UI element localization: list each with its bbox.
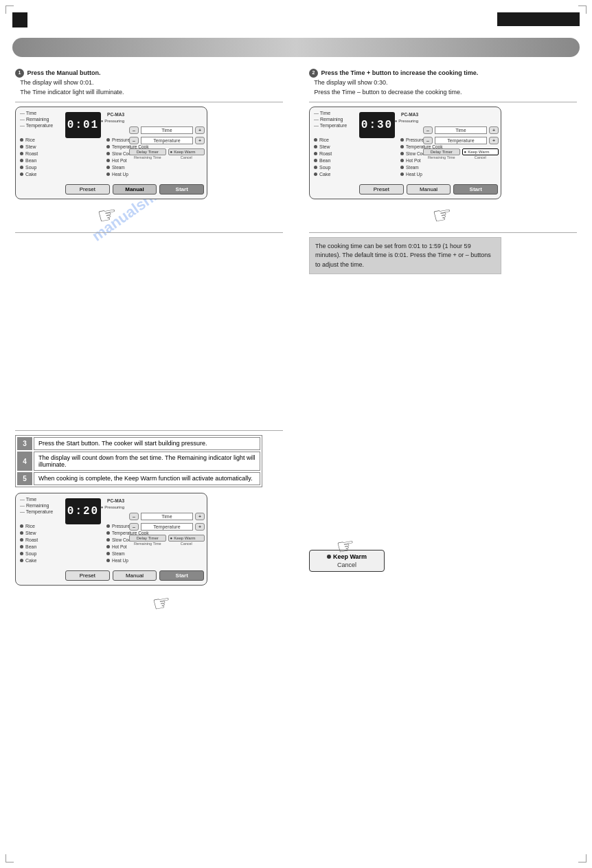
dot-bean: Bean: [20, 158, 38, 163]
temp-minus-btn-2[interactable]: –: [423, 137, 433, 144]
remaining-time-label-3: Remaining Time: [134, 542, 161, 546]
corner-mark-br: [578, 854, 587, 863]
temp-label-1: Temperature: [141, 137, 193, 144]
start-btn-1[interactable]: Start: [159, 184, 204, 194]
temp-minus-btn-1[interactable]: –: [129, 137, 139, 144]
delay-timer-btn-3[interactable]: Delay Timer: [129, 535, 166, 542]
dot-steam-2: Steam: [400, 165, 442, 170]
info-box: The cooking time can be set from 0:01 to…: [309, 237, 501, 275]
diag-temperature-label-3: Temperature: [20, 509, 68, 514]
diag-remaining-label-3: Remaining: [20, 503, 68, 508]
temp-plus-btn-2[interactable]: +: [489, 137, 499, 144]
time-label-1: Time: [141, 126, 193, 134]
dot-stew-3: Stew: [20, 531, 38, 535]
temp-control-row-2: – Temperature +: [423, 137, 499, 144]
dot-stew-2: Stew: [314, 144, 332, 149]
diag-pressuring-3: Pressuring: [101, 505, 124, 509]
dot-cake-3: Cake: [20, 558, 38, 563]
time-label-3: Time: [141, 513, 193, 520]
remaining-time-label-1: Remaining Time: [134, 155, 161, 159]
time-plus-btn-2[interactable]: +: [489, 126, 499, 134]
temp-plus-btn-3[interactable]: +: [195, 523, 205, 531]
keep-warm-group-2: ●Keep Warm Cancel: [462, 148, 499, 159]
preset-btn-1[interactable]: Preset: [65, 184, 110, 194]
dot-soup-3: Soup: [20, 551, 38, 556]
dot-steam: Steam: [106, 165, 148, 170]
dot-cake-2: Cake: [314, 172, 332, 177]
diag-model-3: PC-MA3: [107, 498, 124, 503]
dot-soup: Soup: [20, 165, 38, 170]
delay-timer-group-2: Delay Timer Remaining Time: [423, 148, 460, 159]
divider-5: [15, 430, 283, 431]
remaining-time-label-2: Remaining Time: [428, 155, 455, 159]
time-minus-btn-2[interactable]: –: [423, 126, 433, 134]
diag-temperature-label: Temperature: [20, 123, 68, 128]
step-num-3: 3: [17, 437, 32, 450]
temp-plus-btn-1[interactable]: +: [195, 137, 205, 144]
diag-model-2: PC-MA3: [401, 112, 418, 117]
dot-heat-up: Heat Up: [106, 172, 148, 177]
time-minus-btn-3[interactable]: –: [129, 513, 139, 520]
manual-btn-2[interactable]: Manual: [407, 184, 451, 194]
diag-remaining-label: Remaining: [20, 117, 68, 122]
time-plus-btn-1[interactable]: +: [195, 126, 205, 134]
cancel-label-display[interactable]: Cancel: [314, 561, 380, 568]
diag-pressuring-2: Pressuring: [395, 119, 418, 123]
keep-warm-btn-3[interactable]: ●Keep Warm: [168, 535, 205, 542]
dot-roast-2: Roast: [314, 151, 332, 156]
hand-pointer-3: ☞: [15, 591, 283, 615]
dot-stew: Stew: [20, 144, 38, 149]
delay-timer-btn-2[interactable]: Delay Timer: [423, 148, 460, 155]
appliance-diagram-2: Time Remaining Temperature Rice Stew Roa…: [309, 107, 501, 199]
appliance-diagram-3: Time Remaining Temperature Rice Stew Roa…: [15, 493, 207, 586]
appliance-diagram-1: Time Remaining Temperature Rice Stew Roa…: [15, 107, 207, 199]
diag-display-1: 0:01: [65, 112, 101, 138]
divider-2: [15, 232, 283, 233]
step-text-4: The display will count down from the set…: [34, 452, 260, 471]
preset-btn-3[interactable]: Preset: [65, 570, 110, 581]
start-btn-3[interactable]: Start: [159, 570, 204, 581]
table-row-3: 3 Press the Start button. The cooker wil…: [17, 437, 260, 450]
dot-bean-3: Bean: [20, 544, 38, 549]
corner-mark-bl: [5, 854, 14, 863]
keep-warm-btn-1[interactable]: ●Keep Warm: [168, 148, 205, 155]
start-btn-2[interactable]: Start: [453, 184, 498, 194]
manual-btn-1[interactable]: Manual: [113, 184, 157, 194]
dot-cake: Cake: [20, 172, 38, 177]
table-row-4: 4 The display will count down from the s…: [17, 452, 260, 471]
temp-control-row: – Temperature +: [129, 137, 205, 144]
temp-minus-btn-3[interactable]: –: [129, 523, 139, 531]
diag-model-1: PC-MA3: [107, 112, 124, 117]
preset-btn-2[interactable]: Preset: [359, 184, 404, 194]
cancel-label-2: Cancel: [475, 155, 486, 159]
step-num-4: 4: [17, 452, 32, 471]
hand-pointer-1: ☞: [15, 202, 283, 228]
time-minus-btn-1[interactable]: –: [129, 126, 139, 134]
delay-timer-group-1: Delay Timer Remaining Time: [129, 148, 166, 159]
cancel-label-3: Cancel: [181, 542, 192, 546]
time-control-row: – Time +: [129, 126, 205, 134]
keep-warm-group-3: ●Keep Warm Cancel: [168, 535, 205, 546]
keep-warm-btn-2[interactable]: ●Keep Warm: [462, 148, 499, 155]
time-control-row-3: – Time +: [129, 513, 205, 520]
temp-control-row-3: – Temperature +: [129, 523, 205, 531]
delay-timer-btn-1[interactable]: Delay Timer: [129, 148, 166, 155]
diag-remaining-label-2: Remaining: [314, 117, 362, 122]
right-step2-text: 2 Press the Time + button to increase th…: [309, 69, 577, 98]
dot-roast-3: Roast: [20, 537, 38, 542]
step-text-3: Press the Start button. The cooker will …: [34, 437, 260, 450]
time-plus-btn-3[interactable]: +: [195, 513, 205, 520]
manual-btn-3[interactable]: Manual: [113, 570, 157, 581]
keep-warm-dot-icon: [327, 555, 331, 559]
delay-timer-group-3: Delay Timer Remaining Time: [129, 535, 166, 546]
dot-heat-up-3: Heat Up: [106, 558, 148, 563]
diag-temperature-label-2: Temperature: [314, 123, 362, 128]
time-label-2: Time: [435, 126, 487, 134]
diag-time-label: Time: [20, 111, 68, 115]
left-step1-text: 1 Press the Manual button. The display w…: [15, 69, 283, 98]
cancel-label-1: Cancel: [181, 155, 192, 159]
hand-pointer-2: ☞: [309, 202, 577, 228]
dot-bean-2: Bean: [314, 158, 332, 163]
step-num-5: 5: [17, 472, 32, 485]
step1-circle: 1: [15, 69, 24, 78]
